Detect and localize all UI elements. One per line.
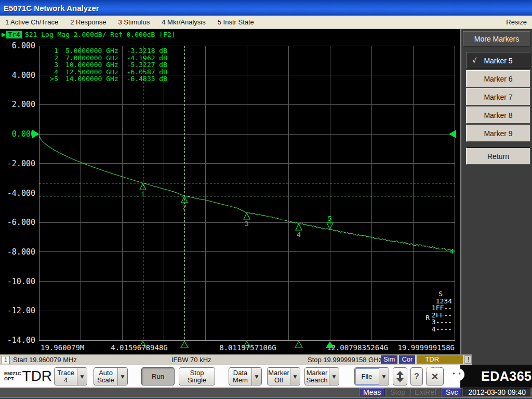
channel-badge-sim: Sim [381,355,397,364]
marker-symbol [296,224,302,230]
menu-items: 1 Active Ch/Trace2 Response3 Stimulus4 M… [5,18,266,26]
channel-badge-alert: ! [464,355,472,364]
marker-search-label: MarkerSearch [305,368,329,385]
dropdown-arrow-icon[interactable]: ▼ [77,368,87,385]
softkey-marker-5[interactable]: √Marker 5 [466,52,530,69]
menu-item-1[interactable]: 1 Active Ch/Trace [5,18,58,26]
menu-item-5[interactable]: 5 Instr State [218,18,254,26]
window-title: E5071C Network Analyzer [4,4,99,12]
marker-value-cell: -4.1962 dB [118,55,167,62]
ref-level-arrow-left-icon [32,130,39,138]
stop-frequency-text: Stop 19.999999158 GHz [308,356,382,364]
marker-frequency-cell: 10.000000 GHz [58,61,118,69]
marker-value-cell: -5.3227 dB [118,61,167,69]
marker-number-cell: 2 [45,55,58,62]
y-axis-label: 6.000 [12,41,35,50]
active-trace-chip[interactable]: Tr4 [6,31,21,38]
title-bar: E5071C Network Analyzer [0,0,532,16]
auto-scale-button[interactable]: AutoScale▼ [94,367,128,385]
x-axis-label: 12.0079835264G [327,343,388,352]
marker-value-cell: -6.0587 dB [118,69,167,76]
dropdown-arrow-icon[interactable]: ▼ [117,368,127,385]
softkey-marker-6[interactable]: Marker 6 [466,70,530,87]
softkey-return[interactable]: Return [466,147,530,165]
y-axis-label: -10.00 [7,277,35,286]
dropdown-arrow-icon[interactable]: ▼ [290,368,300,385]
stop-single-label: StopSingle [179,368,215,385]
trace-end-number: 4 [450,247,454,255]
y-axis-label: -12.00 [7,306,35,315]
run-label: Run [142,368,174,385]
run-button[interactable]: Run [141,367,175,385]
dropdown-arrow-icon[interactable]: ▼ [379,368,389,385]
softkey-menu-title[interactable]: More Markers [463,31,530,47]
marker-off-label: MarkerOff [268,368,290,385]
marker-table-row: 27.0000000 GHz-4.1962 dB [45,55,167,62]
chat-bubble-icon [447,366,467,387]
trace-marker-4[interactable]: 4 [296,224,302,238]
ref-level-arrow-right-icon [449,130,456,138]
active-trace-arrow-icon: ▶ [2,31,6,38]
marker-number: 1 [141,190,145,198]
y-axis-label: -14.00 [7,336,35,345]
trace-label: Trace4 [55,368,77,385]
start-frequency-text: Start 19.960079 MHz [13,356,77,364]
status-badge-stop: Stop [386,388,409,396]
menu-bar: 1 Active Ch/Trace2 Response3 Stimulus4 M… [0,16,532,29]
trace-status-row: ▶ Tr4 S21 Log Mag 2.000dB/ Ref 0.000dB [… [2,31,176,38]
y-axis-label: 0.000 [12,129,35,139]
marker-frequency-cell: 7.0000000 GHz [58,55,118,62]
marker-search-button[interactable]: MarkerSearch▼ [304,367,339,385]
channel-number-box: 1 [2,356,10,364]
marker-table-row: >514.000000 GHz-6.4835 dB [45,75,167,83]
file-button[interactable]: File▼ [354,367,389,385]
logo-tdr-text: TDR [22,369,52,383]
y-axis-label: -6.000 [7,218,35,227]
marker-number-cell: 1 [45,47,58,55]
marker-table-row: 310.000000 GHz-5.3227 dB [45,61,167,69]
softkey-label: Marker 7 [484,93,512,101]
softkey-sidebar: More Markers √Marker 5Marker 6Marker 7Ma… [460,29,532,365]
marker-table-row: 412.500000 GHz-6.0587 dB [45,69,167,76]
auto-scale-label: AutoScale [94,368,117,385]
marker-axis-indicator [295,341,302,348]
softkey-marker-7[interactable]: Marker 7 [466,88,530,105]
trace-button[interactable]: Trace4▼ [54,367,87,385]
marker-frequency-cell: 14.000000 GHz [58,75,118,83]
help-button[interactable]: ? [410,367,423,385]
menu-item-2[interactable]: 2 Response [70,18,106,26]
softkey-label: Marker 6 [484,75,512,83]
y-axis-label: -8.000 [7,247,35,257]
softkey-marker-8[interactable]: Marker 8 [466,107,530,124]
y-axis-label: -4.000 [7,189,35,198]
menu-item-3[interactable]: 3 Stimulus [118,18,150,26]
channel-badge-cor: Cor [399,355,415,364]
updown-label [393,368,407,385]
channel-status-bar: 1 Start 19.960079 MHz IFBW 70 kHz Stop 1… [0,354,472,365]
instrument-window: E5071C Network Analyzer 1 Active Ch/Trac… [0,0,532,399]
help-label: ? [411,368,422,385]
resize-menu-item[interactable]: Resize [506,18,527,26]
eda365-watermark: EDA365 [460,365,532,388]
file-label: File [355,368,379,385]
marker-value-cell: -6.4835 dB [118,75,167,83]
marker-readout-table: 15.0000000 GHz-3.3218 dB27.0000000 GHz-4… [45,47,167,83]
updown-button[interactable] [393,367,407,385]
marker-table-row: 15.0000000 GHz-3.3218 dB [45,47,167,55]
trace-format-text: S21 Log Mag 2.000dB/ Ref 0.000dB [F2] [25,31,176,38]
dropdown-arrow-icon[interactable]: ▼ [251,368,261,385]
marker-number-cell: 4 [45,69,58,76]
status-badge-extref: ExtRef [410,388,441,396]
status-badge-2012-03-30-09-40: 2012-03-30 09:40 [463,388,531,396]
marker-off-button[interactable]: MarkerOff▼ [267,367,300,385]
softkey-marker-9[interactable]: Marker 9 [466,125,530,142]
logo-opt-text: OPT. [4,376,21,381]
x-axis-label: 19.960079M [41,343,84,352]
data-mem-button[interactable]: DataMem▼ [229,367,262,385]
menu-item-4[interactable]: 4 Mkr/Analysis [162,18,206,26]
check-icon: √ [472,57,476,64]
dropdown-arrow-icon[interactable]: ▼ [329,368,339,385]
stop-single-button[interactable]: StopSingle [179,367,215,385]
marker-frequency-cell: 12.500000 GHz [58,69,118,76]
marker-value-cell: -3.3218 dB [118,47,167,55]
